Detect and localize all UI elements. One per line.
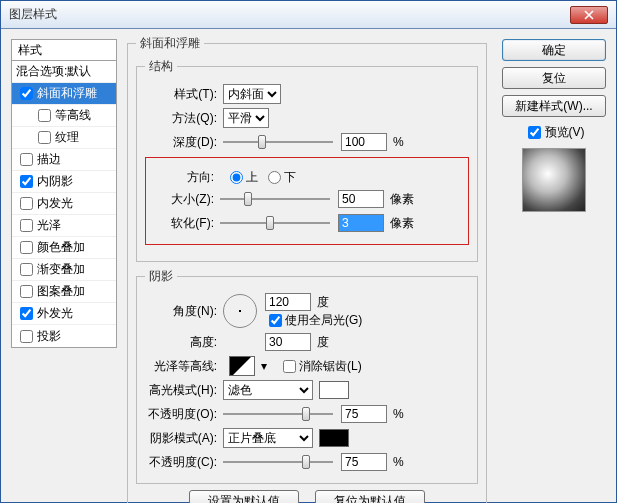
layer-style-dialog: 图层样式 样式 混合选项:默认斜面和浮雕等高线纹理描边内阴影内发光光泽颜色叠加渐… bbox=[0, 0, 617, 503]
style-item-checkbox[interactable] bbox=[20, 307, 33, 320]
style-item-11[interactable]: 外发光 bbox=[12, 303, 116, 325]
style-item-4[interactable]: 描边 bbox=[12, 149, 116, 171]
highlight-color-swatch[interactable] bbox=[319, 381, 349, 399]
soften-unit: 像素 bbox=[390, 215, 414, 232]
global-light-label: 使用全局光(G) bbox=[285, 312, 362, 329]
highlight-opacity-slider[interactable] bbox=[223, 405, 333, 423]
cancel-button[interactable]: 复位 bbox=[502, 67, 606, 89]
shadow-opacity-unit: % bbox=[393, 455, 404, 469]
style-item-checkbox[interactable] bbox=[20, 241, 33, 254]
shadow-opacity-label: 不透明度(C): bbox=[145, 454, 217, 471]
gloss-contour-swatch[interactable] bbox=[229, 356, 255, 376]
style-item-label: 颜色叠加 bbox=[37, 239, 85, 256]
gloss-label: 光泽等高线: bbox=[145, 358, 217, 375]
style-item-3[interactable]: 纹理 bbox=[12, 127, 116, 149]
bevel-group: 斜面和浮雕 结构 样式(T): 内斜面 方法(Q): 平滑 深度(D): 100 bbox=[127, 35, 487, 503]
style-item-label: 内阴影 bbox=[37, 173, 73, 190]
style-item-5[interactable]: 内阴影 bbox=[12, 171, 116, 193]
soften-label: 软化(F): bbox=[154, 215, 214, 232]
style-item-0[interactable]: 混合选项:默认 bbox=[12, 61, 116, 83]
depth-unit: % bbox=[393, 135, 404, 149]
reset-default-button[interactable]: 复位为默认值 bbox=[315, 490, 425, 503]
right-column: 确定 复位 新建样式(W)... 预览(V) bbox=[502, 39, 606, 212]
style-item-8[interactable]: 颜色叠加 bbox=[12, 237, 116, 259]
angle-value[interactable]: 120 bbox=[265, 293, 311, 311]
styles-panel: 样式 混合选项:默认斜面和浮雕等高线纹理描边内阴影内发光光泽颜色叠加渐变叠加图案… bbox=[11, 39, 117, 348]
angle-unit: 度 bbox=[317, 294, 329, 311]
window-title: 图层样式 bbox=[9, 6, 570, 23]
style-item-label: 外发光 bbox=[37, 305, 73, 322]
style-item-checkbox[interactable] bbox=[20, 197, 33, 210]
style-item-label: 内发光 bbox=[37, 195, 73, 212]
soften-value[interactable]: 3 bbox=[338, 214, 384, 232]
depth-label: 深度(D): bbox=[145, 134, 217, 151]
main-panel: 斜面和浮雕 结构 样式(T): 内斜面 方法(Q): 平滑 深度(D): 100 bbox=[127, 35, 487, 503]
preview-checkbox[interactable] bbox=[528, 126, 541, 139]
style-item-9[interactable]: 渐变叠加 bbox=[12, 259, 116, 281]
shadow-opacity-slider[interactable] bbox=[223, 453, 333, 471]
style-select[interactable]: 内斜面 bbox=[223, 84, 281, 104]
style-item-checkbox[interactable] bbox=[20, 153, 33, 166]
style-item-checkbox[interactable] bbox=[38, 109, 51, 122]
preview-checkbox-row: 预览(V) bbox=[502, 123, 606, 142]
depth-value[interactable]: 100 bbox=[341, 133, 387, 151]
technique-label: 方法(Q): bbox=[145, 110, 217, 127]
style-item-7[interactable]: 光泽 bbox=[12, 215, 116, 237]
style-item-label: 渐变叠加 bbox=[37, 261, 85, 278]
size-value[interactable]: 50 bbox=[338, 190, 384, 208]
highlight-box: 方向: 上 下 大小(Z): 50 像素 软化(F): bbox=[145, 157, 469, 245]
close-button[interactable] bbox=[570, 6, 608, 24]
altitude-unit: 度 bbox=[317, 334, 329, 351]
titlebar: 图层样式 bbox=[1, 1, 616, 29]
style-item-label: 斜面和浮雕 bbox=[37, 85, 97, 102]
style-item-12[interactable]: 投影 bbox=[12, 325, 116, 347]
highlight-mode-label: 高光模式(H): bbox=[145, 382, 217, 399]
new-style-button[interactable]: 新建样式(W)... bbox=[502, 95, 606, 117]
set-default-button[interactable]: 设置为默认值 bbox=[189, 490, 299, 503]
style-item-checkbox[interactable] bbox=[20, 263, 33, 276]
angle-label: 角度(N): bbox=[145, 303, 217, 320]
preview-label: 预览(V) bbox=[545, 124, 585, 141]
style-item-10[interactable]: 图案叠加 bbox=[12, 281, 116, 303]
shadow-mode-label: 阴影模式(A): bbox=[145, 430, 217, 447]
antialias-label: 消除锯齿(L) bbox=[299, 358, 362, 375]
ok-button[interactable]: 确定 bbox=[502, 39, 606, 61]
highlight-mode-select[interactable]: 滤色 bbox=[223, 380, 313, 400]
angle-dial[interactable] bbox=[223, 294, 257, 328]
shadow-opacity-value[interactable]: 75 bbox=[341, 453, 387, 471]
shading-group: 阴影 角度(N): 120 度 使用全局光(G) bbox=[136, 268, 478, 484]
direction-up-radio[interactable] bbox=[230, 171, 243, 184]
highlight-opacity-value[interactable]: 75 bbox=[341, 405, 387, 423]
style-item-checkbox[interactable] bbox=[20, 175, 33, 188]
style-item-checkbox[interactable] bbox=[20, 87, 33, 100]
direction-label: 方向: bbox=[154, 169, 214, 186]
size-unit: 像素 bbox=[390, 191, 414, 208]
structure-title: 结构 bbox=[145, 58, 177, 75]
style-item-1[interactable]: 斜面和浮雕 bbox=[12, 83, 116, 105]
direction-down-radio[interactable] bbox=[268, 171, 281, 184]
global-light-checkbox[interactable] bbox=[269, 314, 282, 327]
depth-slider[interactable] bbox=[223, 133, 333, 151]
chevron-down-icon[interactable]: ▾ bbox=[261, 359, 267, 373]
style-label: 样式(T): bbox=[145, 86, 217, 103]
structure-group: 结构 样式(T): 内斜面 方法(Q): 平滑 深度(D): 100 % bbox=[136, 58, 478, 262]
preview-thumbnail bbox=[522, 148, 586, 212]
style-item-6[interactable]: 内发光 bbox=[12, 193, 116, 215]
style-item-checkbox[interactable] bbox=[38, 131, 51, 144]
shadow-color-swatch[interactable] bbox=[319, 429, 349, 447]
style-item-checkbox[interactable] bbox=[20, 219, 33, 232]
soften-slider[interactable] bbox=[220, 214, 330, 232]
styles-list: 混合选项:默认斜面和浮雕等高线纹理描边内阴影内发光光泽颜色叠加渐变叠加图案叠加外… bbox=[11, 61, 117, 348]
style-item-2[interactable]: 等高线 bbox=[12, 105, 116, 127]
shadow-mode-select[interactable]: 正片叠底 bbox=[223, 428, 313, 448]
altitude-value[interactable]: 30 bbox=[265, 333, 311, 351]
altitude-label: 高度: bbox=[145, 334, 217, 351]
style-item-label: 混合选项:默认 bbox=[16, 63, 91, 80]
shading-title: 阴影 bbox=[145, 268, 177, 285]
antialias-checkbox[interactable] bbox=[283, 360, 296, 373]
technique-select[interactable]: 平滑 bbox=[223, 108, 269, 128]
style-item-checkbox[interactable] bbox=[20, 330, 33, 343]
size-slider[interactable] bbox=[220, 190, 330, 208]
style-item-checkbox[interactable] bbox=[20, 285, 33, 298]
style-item-label: 光泽 bbox=[37, 217, 61, 234]
